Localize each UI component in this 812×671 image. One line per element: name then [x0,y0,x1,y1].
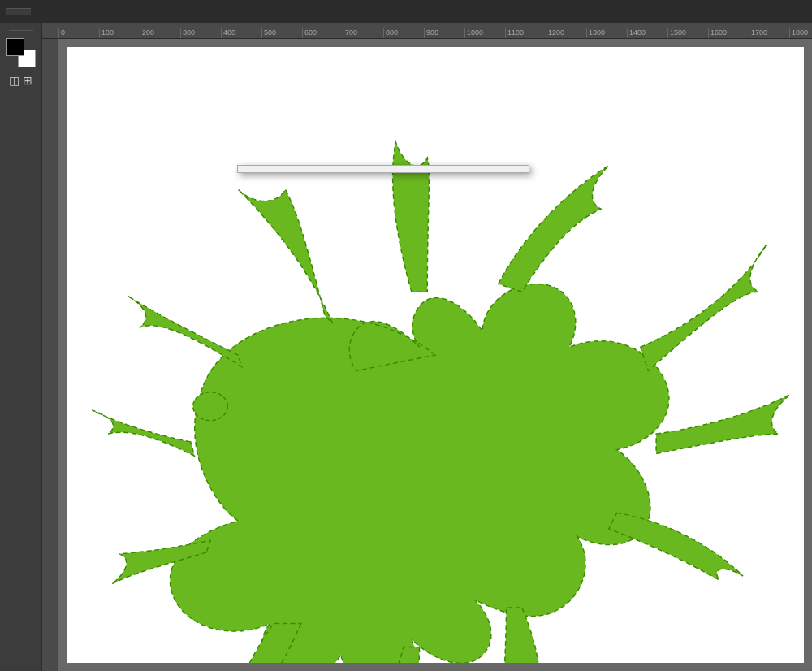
ruler-mark-h: 1800 [789,28,812,38]
ruler-mark-h: 0 [58,28,99,38]
context-menu [237,165,529,173]
ruler-mark-h: 1100 [505,28,546,38]
paint-splat [67,47,804,663]
ruler-mark-h: 1200 [546,28,586,38]
ruler-mark-h: 600 [302,28,343,38]
ruler-mark-h: 500 [261,28,302,38]
toolbar: ◫ ⊞ [0,23,42,671]
ruler-top-marks: 0100200300400500600700800900100011001200… [58,28,812,38]
titlebar [0,0,812,23]
ruler-mark-h: 1700 [749,28,789,38]
ruler-mark-h: 700 [343,28,383,38]
screen-mode-icon[interactable]: ⊞ [23,74,32,87]
ruler-mark-h: 1300 [586,28,627,38]
quick-mask-area: ◫ ⊞ [9,74,32,87]
ruler-mark-h: 1000 [464,28,505,38]
quick-mask-icon[interactable]: ◫ [9,74,19,87]
ruler-mark-h: 100 [99,28,140,38]
canvas[interactable] [58,39,812,671]
ruler-left [42,39,58,671]
main-layout: ◫ ⊞ 010020030040050060070080090010001100… [0,23,812,671]
ruler-mark-h: 1500 [667,28,708,38]
ruler-mark-h: 1400 [627,28,667,38]
svg-point-1 [193,392,228,421]
ruler-mark-h: 800 [383,28,424,38]
white-canvas [67,47,804,663]
color-boxes[interactable] [6,38,36,67]
foreground-color-box[interactable] [6,38,24,56]
ruler-top: 0100200300400500600700800900100011001200… [42,23,812,39]
ruler-mark-h: 400 [221,28,261,38]
ruler-mark-h: 900 [424,28,464,38]
ruler-mark-h: 1600 [708,28,749,38]
tool-separator [9,30,33,31]
document-tab[interactable] [6,8,31,15]
ruler-mark-h: 300 [180,28,221,38]
canvas-area: 0100200300400500600700800900100011001200… [42,23,812,671]
ruler-mark-h: 200 [140,28,180,38]
canvas-with-ruler [42,39,812,671]
